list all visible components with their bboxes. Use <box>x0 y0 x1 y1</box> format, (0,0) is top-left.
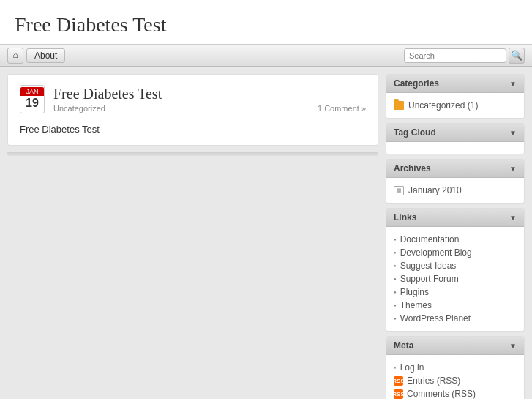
meta-label: Meta <box>394 340 413 351</box>
rss-icon: RSS <box>394 389 403 399</box>
post-category: Uncategorized <box>53 104 105 113</box>
list-item[interactable]: Documentation <box>394 233 517 246</box>
list-item[interactable]: Support Forum <box>394 272 517 286</box>
archives-arrow: ▼ <box>509 165 517 173</box>
list-item[interactable]: Suggest Ideas <box>394 259 517 272</box>
meta-widget: Meta ▼ Log in RSS Entries (RSS) RSS Comm… <box>386 336 525 399</box>
archives-widget: Archives ▼ ▦ January 2010 <box>386 159 525 204</box>
category-name: Uncategorized (1) <box>408 100 478 111</box>
categories-widget: Categories ▼ Uncategorized (1) <box>386 74 525 119</box>
home-icon: ⌂ <box>12 50 18 61</box>
sidebar: Categories ▼ Uncategorized (1) Tag Cloud… <box>386 74 525 399</box>
folder-icon <box>394 101 404 110</box>
date-month: Jan <box>20 87 44 96</box>
meta-list: Log in RSS Entries (RSS) RSS Comments (R… <box>394 361 517 399</box>
site-header: Free Diabetes Test <box>0 0 532 45</box>
site-title: Free Diabetes Test <box>15 13 517 37</box>
archives-body: ▦ January 2010 <box>386 178 524 203</box>
search-icon: 🔍 <box>511 50 522 61</box>
list-item[interactable]: Log in <box>394 361 517 374</box>
archives-header: Archives ▼ <box>386 160 524 178</box>
category-item[interactable]: Uncategorized (1) <box>394 99 517 112</box>
date-badge: Jan 19 <box>20 85 45 113</box>
meta-entries: Entries (RSS) <box>407 376 460 386</box>
nav-bar: ⌂ About 🔍 <box>0 45 532 67</box>
links-list: Documentation Development Blog Suggest I… <box>394 233 517 325</box>
post-card: Jan 19 Free Diabetes Test Uncategorized … <box>7 74 378 146</box>
tagcloud-label: Tag Cloud <box>394 127 436 138</box>
list-item[interactable]: Plugins <box>394 286 517 299</box>
main-layout: Jan 19 Free Diabetes Test Uncategorized … <box>0 67 532 399</box>
list-item[interactable]: RSS Comments (RSS) <box>394 387 517 399</box>
meta-comments: Comments (RSS) <box>407 389 476 399</box>
nav-left: ⌂ About <box>7 48 65 64</box>
about-tab[interactable]: About <box>26 48 65 63</box>
search-area: 🔍 <box>404 48 525 64</box>
post-title-area: Free Diabetes Test Uncategorized 1 Comme… <box>53 85 366 113</box>
post-title[interactable]: Free Diabetes Test <box>53 85 366 102</box>
categories-body: Uncategorized (1) <box>386 93 524 118</box>
search-button[interactable]: 🔍 <box>509 48 525 64</box>
search-input[interactable] <box>404 48 506 63</box>
tagcloud-arrow: ▼ <box>509 129 517 137</box>
tagcloud-header: Tag Cloud ▼ <box>386 124 524 142</box>
calendar-icon: ▦ <box>394 186 404 195</box>
links-label: Links <box>394 212 416 223</box>
meta-header: Meta ▼ <box>386 337 524 355</box>
archive-name: January 2010 <box>408 185 462 195</box>
list-item[interactable]: Themes <box>394 299 517 312</box>
list-item[interactable]: RSS Entries (RSS) <box>394 374 517 387</box>
archive-item[interactable]: ▦ January 2010 <box>394 184 517 197</box>
home-button[interactable]: ⌂ <box>7 48 23 64</box>
tagcloud-widget: Tag Cloud ▼ <box>386 123 525 154</box>
list-item[interactable]: Development Blog <box>394 246 517 259</box>
archives-label: Archives <box>394 163 431 174</box>
links-widget: Links ▼ Documentation Development Blog S… <box>386 208 525 332</box>
post-meta: Uncategorized 1 Comment » <box>53 104 366 113</box>
links-body: Documentation Development Blog Suggest I… <box>386 227 524 331</box>
categories-arrow: ▼ <box>509 80 517 88</box>
post-header: Jan 19 Free Diabetes Test Uncategorized … <box>20 85 366 113</box>
links-header: Links ▼ <box>386 209 524 227</box>
post-comments[interactable]: 1 Comment » <box>318 104 366 113</box>
categories-label: Categories <box>394 78 439 89</box>
links-arrow: ▼ <box>509 214 517 222</box>
list-item[interactable]: WordPress Planet <box>394 312 517 325</box>
date-day: 19 <box>20 96 44 111</box>
content-divider <box>7 152 378 156</box>
categories-header: Categories ▼ <box>386 75 524 93</box>
meta-arrow: ▼ <box>509 342 517 350</box>
rss-icon: RSS <box>394 376 403 386</box>
content-area: Jan 19 Free Diabetes Test Uncategorized … <box>7 74 378 156</box>
tagcloud-body <box>386 142 524 154</box>
post-body: Free Diabetes Test <box>20 121 366 135</box>
meta-body: Log in RSS Entries (RSS) RSS Comments (R… <box>386 355 524 399</box>
